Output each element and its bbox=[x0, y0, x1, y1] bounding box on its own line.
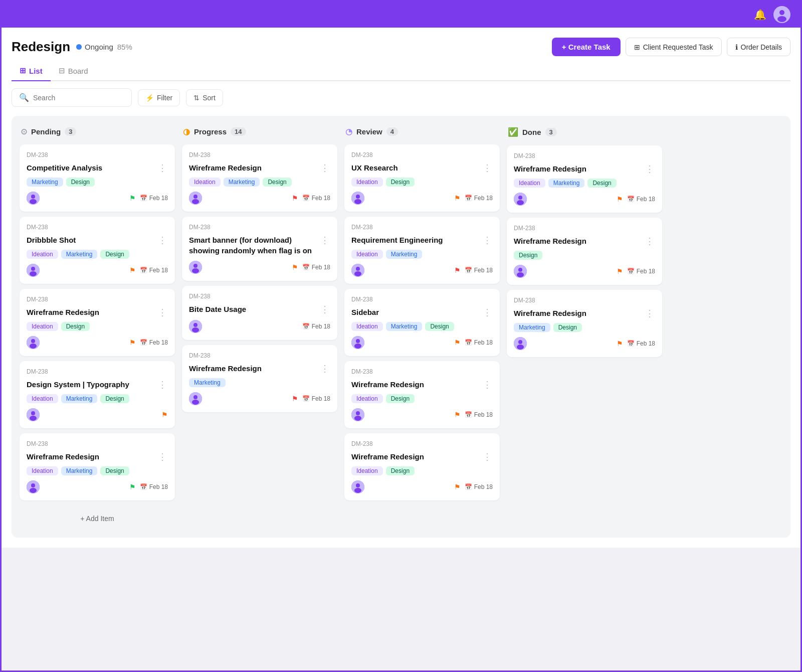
more-icon[interactable]: ⋮ bbox=[319, 363, 330, 374]
flag-icon: ⚑ bbox=[617, 340, 623, 348]
task-title: Wireframe Redesign bbox=[27, 307, 157, 317]
date-badge: 📅Feb 18 bbox=[302, 264, 330, 271]
task-card[interactable]: DM-238Wireframe Redesign⋮IdeationMarketi… bbox=[182, 144, 337, 212]
footer-right: ⚑📅Feb 18 bbox=[454, 483, 493, 491]
task-title: Wireframe Redesign bbox=[189, 363, 319, 374]
kanban-col-pending: ⊙Pending3DM-238Competitive Analysis⋮Mark… bbox=[20, 124, 175, 530]
col-icon-pending: ⊙ bbox=[21, 127, 27, 136]
more-icon[interactable]: ⋮ bbox=[157, 451, 168, 462]
task-card[interactable]: DM-238Wireframe Redesign⋮IdeationDesign … bbox=[20, 289, 175, 356]
tag-row: IdeationMarketingDesign bbox=[27, 250, 168, 259]
date-text: Feb 18 bbox=[149, 339, 168, 346]
task-id: DM-238 bbox=[27, 368, 168, 375]
more-icon[interactable]: ⋮ bbox=[482, 162, 493, 174]
date-badge: 📅Feb 18 bbox=[465, 339, 493, 346]
date-badge: 📅Feb 18 bbox=[302, 195, 330, 202]
task-card[interactable]: DM-238Wireframe Redesign⋮IdeationDesign … bbox=[344, 361, 500, 428]
more-icon[interactable]: ⋮ bbox=[482, 379, 493, 390]
task-card[interactable]: DM-238Dribbble Shot⋮IdeationMarketingDes… bbox=[20, 217, 175, 284]
svg-point-50 bbox=[517, 272, 524, 277]
svg-point-20 bbox=[192, 199, 199, 204]
status-percent: 85% bbox=[117, 43, 132, 51]
add-item-button[interactable]: + Add Item bbox=[20, 508, 175, 530]
col-header-review: ◔Review4 bbox=[344, 124, 500, 139]
col-count-pending: 3 bbox=[65, 127, 76, 136]
more-icon[interactable]: ⋮ bbox=[157, 307, 168, 318]
tag-row: Design bbox=[514, 251, 655, 260]
task-title: Dribbble Shot bbox=[27, 235, 157, 245]
more-icon[interactable]: ⋮ bbox=[157, 379, 168, 390]
task-card[interactable]: DM-238Wireframe Redesign⋮Marketing ⚑📅Feb… bbox=[182, 345, 337, 412]
date-badge: 📅Feb 18 bbox=[140, 483, 168, 490]
svg-point-13 bbox=[31, 411, 35, 415]
client-requested-button[interactable]: ⊞ Client Requested Task bbox=[626, 38, 722, 56]
more-icon[interactable]: ⋮ bbox=[482, 451, 493, 462]
task-footer: ⚑📅Feb 18 bbox=[351, 336, 493, 349]
calendar-icon: 📅 bbox=[627, 196, 635, 203]
task-title-row: Wireframe Redesign⋮ bbox=[514, 308, 655, 319]
date-badge: 📅Feb 18 bbox=[627, 268, 655, 275]
task-title-row: UX Research⋮ bbox=[351, 162, 493, 174]
tag-design: Design bbox=[100, 394, 129, 403]
task-id: DM-238 bbox=[514, 297, 655, 304]
flag-icon: ⚑ bbox=[617, 195, 623, 203]
more-icon[interactable]: ⋮ bbox=[644, 163, 655, 175]
task-card[interactable]: DM-238Design System | Typography⋮Ideatio… bbox=[20, 361, 175, 428]
flag-icon: ⚑ bbox=[129, 339, 136, 347]
task-title: Wireframe Redesign bbox=[351, 451, 482, 462]
task-card[interactable]: DM-238Wireframe Redesign⋮MarketingDesign… bbox=[507, 290, 662, 357]
calendar-icon: 📅 bbox=[140, 267, 147, 274]
task-card[interactable]: DM-238Smart banner (for download) showin… bbox=[182, 217, 337, 281]
tag-design: Design bbox=[61, 322, 90, 331]
svg-point-37 bbox=[356, 339, 360, 343]
tag-marketing: Marketing bbox=[386, 322, 423, 331]
task-footer: ⚑📅Feb 18 bbox=[514, 265, 655, 278]
main-content: Redesign Ongoing 85% + Create Task ⊞ Cli… bbox=[2, 28, 800, 548]
more-icon[interactable]: ⋮ bbox=[644, 236, 655, 247]
task-card[interactable]: DM-238Wireframe Redesign⋮IdeationDesign … bbox=[344, 433, 500, 500]
user-avatar[interactable] bbox=[773, 6, 790, 23]
task-card[interactable]: DM-238Bite Date Usage⋮ 📅Feb 18 bbox=[182, 286, 337, 340]
tag-ideation: Ideation bbox=[514, 179, 545, 188]
task-title-row: Wireframe Redesign⋮ bbox=[514, 163, 655, 175]
kanban-col-done: ✅Done3DM-238Wireframe Redesign⋮IdeationM… bbox=[507, 124, 662, 530]
more-icon[interactable]: ⋮ bbox=[482, 307, 493, 318]
task-card[interactable]: DM-238Wireframe Redesign⋮IdeationMarketi… bbox=[507, 145, 662, 213]
date-text: Feb 18 bbox=[149, 483, 168, 490]
task-footer: ⚑📅Feb 18 bbox=[351, 408, 493, 421]
tag-row: MarketingDesign bbox=[27, 178, 168, 187]
more-icon[interactable]: ⋮ bbox=[644, 308, 655, 319]
search-box[interactable]: 🔍 bbox=[12, 88, 132, 107]
date-text: Feb 18 bbox=[474, 267, 493, 274]
svg-point-31 bbox=[356, 195, 360, 199]
task-id: DM-238 bbox=[351, 440, 493, 447]
task-card[interactable]: DM-238UX Research⋮IdeationDesign ⚑📅Feb 1… bbox=[344, 144, 500, 212]
more-icon[interactable]: ⋮ bbox=[319, 304, 330, 315]
task-card[interactable]: DM-238Sidebar⋮IdeationMarketingDesign ⚑📅… bbox=[344, 289, 500, 356]
task-card[interactable]: DM-238Requirement Engineering⋮IdeationMa… bbox=[344, 217, 500, 284]
col-title-progress: Progress bbox=[194, 127, 227, 136]
more-icon[interactable]: ⋮ bbox=[319, 235, 330, 246]
task-title: Competitive Analysis bbox=[27, 162, 157, 173]
avatar bbox=[351, 336, 364, 349]
task-card[interactable]: DM-238Competitive Analysis⋮MarketingDesi… bbox=[20, 144, 175, 212]
task-card[interactable]: DM-238Wireframe Redesign⋮IdeationMarketi… bbox=[20, 433, 175, 500]
svg-point-46 bbox=[518, 196, 522, 200]
filter-button[interactable]: ⚡ Filter bbox=[138, 89, 180, 106]
tab-board[interactable]: ⊟ Board bbox=[51, 61, 96, 81]
more-icon[interactable]: ⋮ bbox=[157, 162, 168, 174]
tab-list[interactable]: ⊞ List bbox=[12, 61, 51, 81]
svg-point-40 bbox=[356, 411, 360, 415]
more-icon[interactable]: ⋮ bbox=[319, 162, 330, 174]
search-input[interactable] bbox=[33, 94, 124, 102]
notification-icon[interactable]: 🔔 bbox=[754, 9, 766, 21]
task-card[interactable]: DM-238Wireframe Redesign⋮Design ⚑📅Feb 18 bbox=[507, 218, 662, 285]
task-title: Wireframe Redesign bbox=[189, 162, 319, 173]
create-task-button[interactable]: + Create Task bbox=[552, 38, 621, 56]
tag-design: Design bbox=[386, 466, 415, 475]
task-id: DM-238 bbox=[514, 225, 655, 232]
more-icon[interactable]: ⋮ bbox=[157, 235, 168, 246]
order-details-button[interactable]: ℹ Order Details bbox=[727, 38, 790, 56]
sort-button[interactable]: ⇅ Sort bbox=[186, 89, 223, 106]
more-icon[interactable]: ⋮ bbox=[482, 235, 493, 246]
